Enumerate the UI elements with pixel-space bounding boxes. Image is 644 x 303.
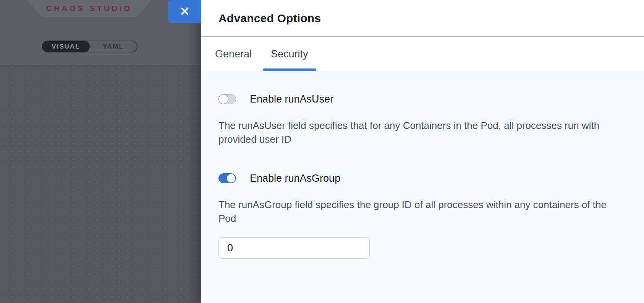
- canvas-dot-grid: [0, 66, 201, 303]
- yaml-tab[interactable]: YAML: [90, 41, 137, 52]
- tab-security-label: Security: [271, 48, 308, 60]
- run-as-user-description: The runAsUser field specifies that for a…: [218, 119, 618, 146]
- run-as-user-label: Enable runAsUser: [250, 94, 333, 104]
- drawer-header: Advanced Options: [201, 0, 644, 37]
- run-as-group-input[interactable]: [218, 237, 370, 259]
- security-tab-content: Enable runAsUser The runAsUser field spe…: [201, 71, 644, 303]
- drawer-close-button[interactable]: [168, 0, 201, 23]
- run-as-group-toggle[interactable]: [218, 173, 236, 183]
- tab-general[interactable]: General: [208, 37, 259, 71]
- run-as-group-row: Enable runAsGroup: [218, 173, 626, 183]
- visual-tab[interactable]: VISUAL: [42, 41, 90, 52]
- toggle-knob: [218, 94, 228, 104]
- drawer-title: Advanced Options: [218, 12, 321, 25]
- tab-security[interactable]: Security: [264, 37, 315, 71]
- run-as-group-description: The runAsGroup field specifies the group…: [218, 198, 618, 225]
- screen: CHAOS STUDIO VISUAL YAML Advanced Option…: [0, 0, 644, 303]
- tab-general-label: General: [215, 48, 252, 60]
- drawer-tabs: General Security: [201, 37, 644, 71]
- chaos-studio-canvas: CHAOS STUDIO VISUAL YAML: [0, 0, 201, 303]
- active-tab-underline: [263, 68, 316, 71]
- advanced-options-drawer: Advanced Options General Security Enable…: [201, 0, 644, 303]
- chaos-studio-banner: CHAOS STUDIO: [27, 0, 152, 17]
- run-as-group-label: Enable runAsGroup: [250, 173, 340, 183]
- toggle-knob: [227, 174, 235, 182]
- run-as-user-toggle[interactable]: [218, 94, 236, 104]
- close-icon: [180, 6, 190, 17]
- chaos-studio-banner-label: CHAOS STUDIO: [46, 4, 132, 13]
- run-as-user-row: Enable runAsUser: [218, 94, 626, 104]
- visual-yaml-toggle: VISUAL YAML: [42, 41, 138, 52]
